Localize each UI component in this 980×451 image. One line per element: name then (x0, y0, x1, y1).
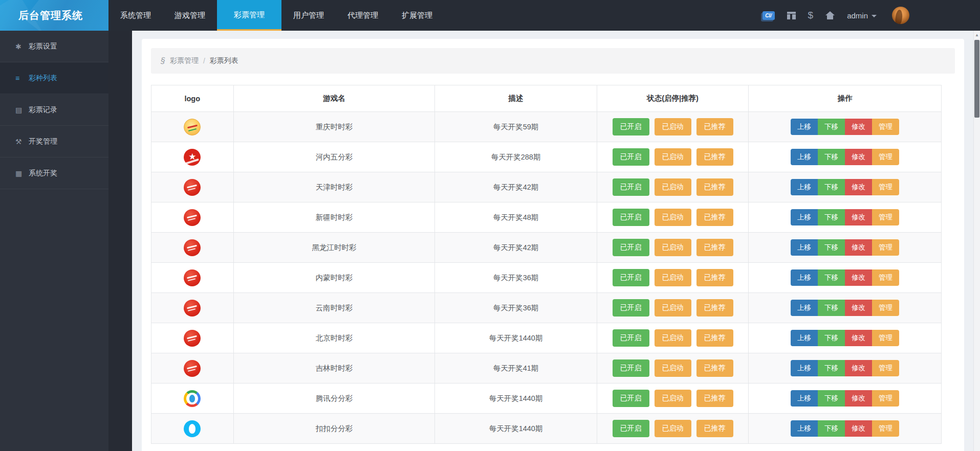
status-recommended-button[interactable]: 已推荐 (696, 269, 733, 286)
nav-tab-4[interactable]: 代理管理 (336, 0, 390, 31)
status-recommended-button[interactable]: 已推荐 (696, 299, 733, 317)
manage-button[interactable]: 管理 (872, 330, 899, 346)
sidebar-item-4[interactable]: ▦系统开奖 (0, 157, 108, 189)
status-recommended-button[interactable]: 已推荐 (696, 329, 733, 347)
status-started-button[interactable]: 已启动 (655, 420, 691, 437)
status-recommended-button[interactable]: 已推荐 (696, 209, 733, 226)
status-enabled-button[interactable]: 已开启 (613, 239, 649, 256)
nav-tab-0[interactable]: 系统管理 (108, 0, 163, 31)
status-started-button[interactable]: 已启动 (655, 118, 691, 136)
edit-button[interactable]: 修改 (845, 360, 872, 376)
status-started-button[interactable]: 已启动 (655, 269, 691, 286)
edit-button[interactable]: 修改 (845, 119, 872, 135)
edit-button[interactable]: 修改 (845, 149, 872, 165)
status-recommended-button[interactable]: 已推荐 (696, 420, 733, 437)
edit-button[interactable]: 修改 (845, 179, 872, 195)
status-recommended-button[interactable]: 已推荐 (696, 148, 733, 166)
manage-button[interactable]: 管理 (872, 149, 899, 165)
breadcrumb-separator: / (203, 57, 205, 65)
move-up-button[interactable]: 上移 (791, 420, 818, 437)
move-down-button[interactable]: 下移 (818, 360, 845, 376)
status-enabled-button[interactable]: 已开启 (613, 118, 649, 136)
move-down-button[interactable]: 下移 (818, 420, 845, 437)
status-enabled-button[interactable]: 已开启 (613, 148, 649, 166)
move-up-button[interactable]: 上移 (791, 239, 818, 256)
game-name: 天津时时彩 (233, 172, 435, 202)
status-enabled-button[interactable]: 已开启 (613, 359, 649, 377)
edit-button[interactable]: 修改 (845, 239, 872, 256)
edit-button[interactable]: 修改 (845, 269, 872, 286)
move-down-button[interactable]: 下移 (818, 239, 845, 256)
status-started-button[interactable]: 已启动 (655, 390, 691, 407)
status-enabled-button[interactable]: 已开启 (613, 269, 649, 286)
move-up-button[interactable]: 上移 (791, 330, 818, 346)
sidebar-item-0[interactable]: ✱彩票设置 (0, 31, 108, 62)
nav-tab-1[interactable]: 游戏管理 (163, 0, 217, 31)
status-started-button[interactable]: 已启动 (655, 148, 691, 166)
scroll-up-arrow[interactable]: ▲ (974, 32, 980, 39)
edit-button[interactable]: 修改 (845, 390, 872, 407)
status-enabled-button[interactable]: 已开启 (613, 329, 649, 347)
manage-button[interactable]: 管理 (872, 179, 899, 195)
manage-button[interactable]: 管理 (872, 360, 899, 376)
move-up-button[interactable]: 上移 (791, 360, 818, 376)
edit-button[interactable]: 修改 (845, 330, 872, 346)
move-up-button[interactable]: 上移 (791, 269, 818, 286)
status-started-button[interactable]: 已启动 (655, 359, 691, 377)
gift-icon[interactable] (787, 12, 796, 19)
dollar-icon[interactable]: $ (808, 10, 814, 21)
manage-button[interactable]: 管理 (872, 269, 899, 286)
status-enabled-button[interactable]: 已开启 (613, 390, 649, 407)
manage-button[interactable]: 管理 (872, 390, 899, 407)
scrollbar-thumb[interactable] (974, 40, 979, 118)
manage-button[interactable]: 管理 (872, 420, 899, 437)
status-recommended-button[interactable]: 已推荐 (696, 239, 733, 256)
user-dropdown[interactable]: admin (847, 11, 877, 20)
avatar[interactable] (892, 7, 909, 24)
move-up-button[interactable]: 上移 (791, 209, 818, 226)
move-up-button[interactable]: 上移 (791, 119, 818, 135)
scrollbar[interactable]: ▲ (973, 31, 980, 451)
move-down-button[interactable]: 下移 (818, 390, 845, 407)
status-recommended-button[interactable]: 已推荐 (696, 359, 733, 377)
manage-button[interactable]: 管理 (872, 239, 899, 256)
move-up-button[interactable]: 上移 (791, 149, 818, 165)
edit-button[interactable]: 修改 (845, 300, 872, 316)
status-started-button[interactable]: 已启动 (655, 329, 691, 347)
move-down-button[interactable]: 下移 (818, 209, 845, 226)
sidebar-item-1[interactable]: ≡彩种列表 (0, 62, 108, 94)
sidebar-item-3[interactable]: ⚒开奖管理 (0, 126, 108, 157)
ci-badge-icon[interactable]: CI/ (763, 11, 775, 20)
status-started-button[interactable]: 已启动 (655, 209, 691, 226)
move-up-button[interactable]: 上移 (791, 300, 818, 316)
move-down-button[interactable]: 下移 (818, 179, 845, 195)
move-up-button[interactable]: 上移 (791, 179, 818, 195)
sidebar-item-2[interactable]: ▤彩票记录 (0, 94, 108, 126)
edit-button[interactable]: 修改 (845, 420, 872, 437)
home-icon[interactable] (825, 11, 835, 19)
move-down-button[interactable]: 下移 (818, 119, 845, 135)
status-enabled-button[interactable]: 已开启 (613, 178, 649, 196)
move-up-button[interactable]: 上移 (791, 390, 818, 407)
edit-button[interactable]: 修改 (845, 209, 872, 226)
nav-tab-2[interactable]: 彩票管理 (217, 0, 281, 31)
move-down-button[interactable]: 下移 (818, 330, 845, 346)
status-started-button[interactable]: 已启动 (655, 299, 691, 317)
status-recommended-button[interactable]: 已推荐 (696, 178, 733, 196)
status-enabled-button[interactable]: 已开启 (613, 209, 649, 226)
nav-tab-3[interactable]: 用户管理 (281, 0, 336, 31)
manage-button[interactable]: 管理 (872, 119, 899, 135)
status-recommended-button[interactable]: 已推荐 (696, 390, 733, 407)
breadcrumb-section[interactable]: 彩票管理 (170, 56, 199, 65)
nav-tab-5[interactable]: 扩展管理 (390, 0, 444, 31)
status-enabled-button[interactable]: 已开启 (613, 299, 649, 317)
move-down-button[interactable]: 下移 (818, 149, 845, 165)
status-enabled-button[interactable]: 已开启 (613, 420, 649, 437)
manage-button[interactable]: 管理 (872, 209, 899, 226)
status-started-button[interactable]: 已启动 (655, 178, 691, 196)
move-down-button[interactable]: 下移 (818, 300, 845, 316)
status-started-button[interactable]: 已启动 (655, 239, 691, 256)
move-down-button[interactable]: 下移 (818, 269, 845, 286)
status-recommended-button[interactable]: 已推荐 (696, 118, 733, 136)
manage-button[interactable]: 管理 (872, 300, 899, 316)
